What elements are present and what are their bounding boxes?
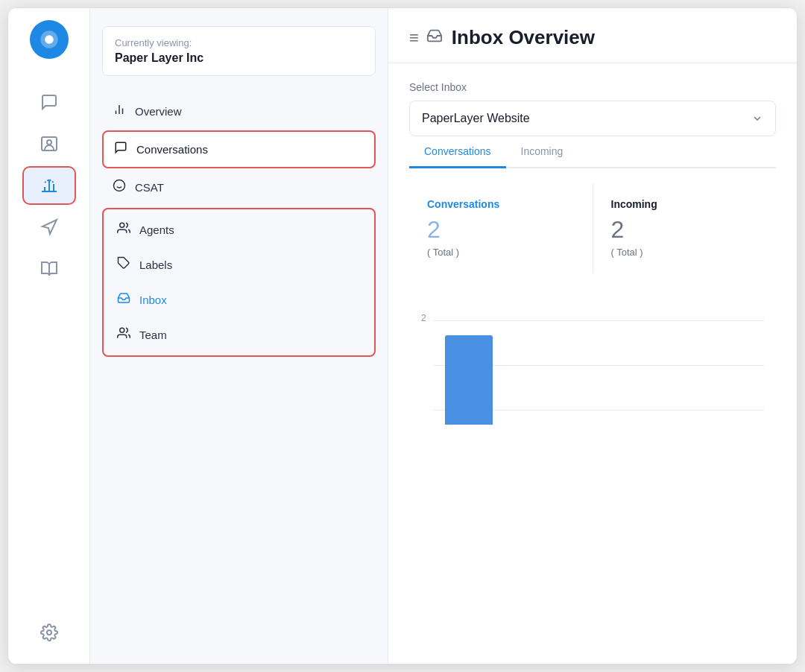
nav-campaigns-icon[interactable]	[22, 208, 76, 247]
conversations-icon	[114, 141, 127, 158]
chart-bar	[445, 335, 493, 425]
inbox-label: Inbox	[139, 294, 167, 306]
labels-label: Labels	[139, 259, 172, 271]
viewing-card: Currently viewing: Paper Layer Inc	[102, 26, 376, 76]
tab-conversations[interactable]: Conversations	[409, 136, 506, 168]
chevron-down-icon	[751, 112, 763, 124]
agents-label: Agents	[139, 224, 174, 236]
inbox-selector[interactable]: PaperLayer Website	[409, 101, 776, 136]
app-logo	[30, 20, 69, 59]
nav-item-labels[interactable]: Labels	[107, 247, 371, 282]
stat-conversations-sub: ( Total )	[427, 247, 575, 258]
csat-icon	[113, 179, 126, 196]
icon-sidebar	[8, 8, 90, 664]
tab-bar: Conversations Incoming	[409, 136, 776, 168]
team-icon	[117, 326, 130, 343]
stat-card-conversations: Conversations 2 ( Total )	[409, 183, 593, 273]
nav-reports-icon[interactable]	[22, 166, 76, 205]
nav-item-agents[interactable]: Agents	[107, 212, 371, 247]
stat-incoming-sub: ( Total )	[611, 247, 759, 258]
svg-point-17	[120, 328, 124, 332]
nav-item-overview[interactable]: Overview	[102, 94, 376, 129]
overview-icon	[113, 103, 126, 120]
svg-point-3	[47, 140, 51, 145]
chart-bar-wrapper	[439, 320, 499, 425]
nav-item-conversations[interactable]: Conversations	[102, 130, 376, 168]
svg-point-12	[114, 180, 125, 191]
svg-marker-7	[42, 220, 57, 234]
stats-row: Conversations 2 ( Total ) Incoming 2 ( T…	[409, 183, 776, 273]
team-label: Team	[139, 329, 167, 341]
nav-settings-icon[interactable]	[22, 613, 76, 652]
inbox-icon	[117, 291, 130, 308]
app-window: Currently viewing: Paper Layer Inc Overv…	[7, 7, 798, 665]
company-name: Paper Layer Inc	[115, 51, 363, 65]
inbox-header-icon	[426, 28, 443, 48]
nav-subgroup: Agents Labels	[102, 208, 376, 357]
header-icons: ≡	[409, 28, 443, 48]
nav-item-inbox[interactable]: Inbox	[107, 282, 371, 317]
main-body: Select Inbox PaperLayer Website Conversa…	[388, 63, 797, 664]
nav-sidebar: Currently viewing: Paper Layer Inc Overv…	[90, 8, 388, 664]
nav-item-csat[interactable]: CSAT	[102, 170, 376, 205]
chart-y-label: 2	[421, 313, 426, 323]
agents-icon	[117, 221, 130, 238]
hamburger-icon[interactable]: ≡	[409, 28, 419, 48]
nav-library-icon[interactable]	[22, 250, 76, 288]
stat-incoming-value: 2	[611, 216, 759, 244]
overview-label: Overview	[135, 105, 182, 118]
nav-menu: Overview Conversations	[102, 94, 376, 357]
svg-point-8	[47, 630, 51, 635]
tab-incoming[interactable]: Incoming	[506, 136, 578, 168]
page-title: Inbox Overview	[452, 26, 595, 49]
chart-area: 2	[409, 294, 776, 437]
stat-conversations-label: Conversations	[427, 198, 575, 210]
conversations-label: Conversations	[136, 143, 208, 156]
stat-card-incoming: Incoming 2 ( Total )	[593, 183, 777, 273]
main-header: ≡ Inbox Overview	[388, 8, 797, 63]
stat-conversations-value: 2	[427, 216, 575, 244]
main-content: ≡ Inbox Overview Select Inbox PaperLayer…	[388, 8, 797, 664]
stat-incoming-label: Incoming	[611, 198, 759, 210]
nav-contacts-icon[interactable]	[22, 124, 76, 163]
csat-label: CSAT	[135, 181, 164, 194]
labels-icon	[117, 256, 130, 273]
selected-inbox-text: PaperLayer Website	[422, 112, 530, 125]
svg-point-15	[120, 223, 124, 227]
select-inbox-label: Select Inbox	[409, 81, 776, 93]
nav-conversations-icon[interactable]	[22, 83, 76, 121]
chart-bars	[439, 320, 764, 425]
nav-item-team[interactable]: Team	[107, 317, 371, 352]
svg-point-1	[45, 35, 54, 44]
viewing-label: Currently viewing:	[115, 37, 363, 48]
